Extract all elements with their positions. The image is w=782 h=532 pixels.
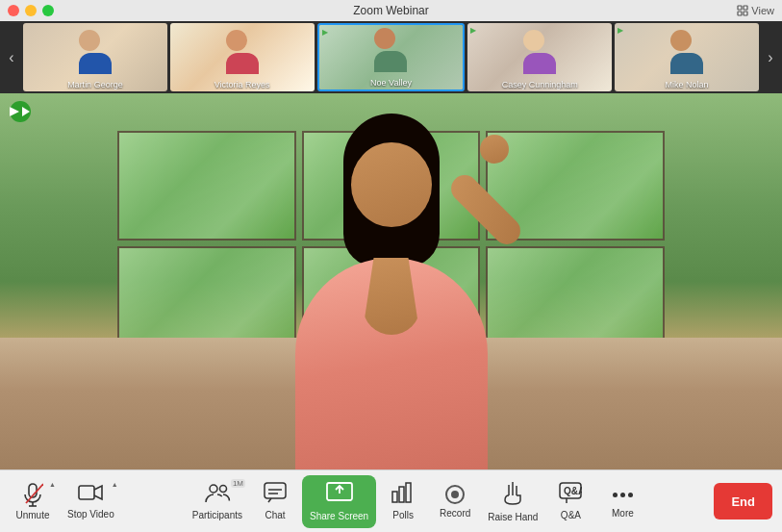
host-badge-casey: ▶ <box>470 26 476 35</box>
participant-name-noe: Noe Valley <box>321 78 462 88</box>
qa-label: Q&A <box>561 510 581 520</box>
traffic-lights <box>8 5 54 16</box>
share-screen-icon <box>325 481 354 508</box>
polls-label: Polls <box>392 510 414 520</box>
svg-rect-17 <box>392 492 397 502</box>
recording-indicator <box>10 101 31 122</box>
svg-text:Q&A: Q&A <box>564 486 582 496</box>
svg-rect-19 <box>406 483 411 502</box>
camera-icon <box>78 483 103 506</box>
more-label: More <box>612 508 634 519</box>
minimize-button[interactable] <box>25 5 37 16</box>
strip-next-arrow[interactable]: › <box>759 21 782 93</box>
view-button[interactable]: View <box>737 5 774 16</box>
participants-label: Participants <box>192 510 242 520</box>
participant-thumb-martin[interactable]: Martin George <box>23 23 167 91</box>
participants-icon <box>204 482 231 507</box>
stop-video-button[interactable]: Stop Video ▲ <box>62 475 120 528</box>
share-screen-button[interactable]: Share Screen <box>302 475 376 528</box>
svg-point-10 <box>210 485 217 493</box>
strip-prev-arrow[interactable]: ‹ <box>0 21 23 93</box>
polls-icon <box>391 482 415 507</box>
toolbar-center: Participants 1M Chat <box>187 475 648 528</box>
title-bar: Zoom Webinar View <box>0 0 782 21</box>
unmute-button[interactable]: Unmute ▲ <box>8 475 58 528</box>
share-screen-label: Share Screen <box>310 511 368 521</box>
svg-rect-18 <box>399 487 404 502</box>
participant-thumb-victoria[interactable]: Victoria Reyes <box>170 23 315 91</box>
more-icon <box>613 484 633 505</box>
raise-hand-icon <box>502 480 523 509</box>
svg-rect-2 <box>738 12 742 15</box>
svg-rect-0 <box>738 6 742 10</box>
participant-thumb-mike[interactable]: ▶ Mike Nolan <box>615 23 759 91</box>
chat-icon <box>264 482 287 507</box>
svg-marker-4 <box>22 107 30 116</box>
toolbar: Unmute ▲ Stop Video ▲ <box>0 469 782 532</box>
svg-point-11 <box>219 486 226 493</box>
toolbar-right: End <box>714 483 772 519</box>
end-button[interactable]: End <box>714 483 772 519</box>
participant-thumb-noe[interactable]: ▶ Noe Valley <box>317 23 466 91</box>
chat-label: Chat <box>265 510 285 520</box>
view-label: View <box>751 5 774 16</box>
close-button[interactable] <box>8 5 19 16</box>
participant-name-mike: Mike Nolan <box>617 80 757 89</box>
record-icon <box>442 484 467 505</box>
svg-rect-1 <box>744 6 747 10</box>
svg-rect-12 <box>265 483 286 498</box>
window-title: Zoom Webinar <box>353 4 428 17</box>
chat-button[interactable]: Chat <box>250 475 300 528</box>
main-video-area <box>0 93 782 469</box>
maximize-button[interactable] <box>42 5 54 16</box>
raise-hand-label: Raise Hand <box>488 512 538 522</box>
participant-name-casey: Casey Cunningham <box>469 80 610 89</box>
participant-count: 1M <box>231 479 245 488</box>
raise-hand-button[interactable]: Raise Hand <box>482 475 543 528</box>
unmute-label: Unmute <box>15 510 49 520</box>
polls-button[interactable]: Polls <box>378 475 428 528</box>
participant-name-victoria: Victoria Reyes <box>172 80 313 89</box>
more-button[interactable]: More <box>597 475 647 528</box>
svg-rect-3 <box>744 12 747 15</box>
record-label: Record <box>440 508 470 519</box>
qa-icon: Q&A <box>559 482 582 507</box>
participant-thumbnails: Martin George Victoria Reyes ▶ Noe Valle… <box>23 21 759 93</box>
participant-strip: ‹ Martin George Victoria Reyes <box>0 21 782 93</box>
main-presenter <box>228 93 555 469</box>
participant-thumb-casey[interactable]: ▶ Casey Cunningham <box>467 23 612 91</box>
video-background <box>0 93 782 469</box>
svg-rect-9 <box>79 486 94 499</box>
qa-button[interactable]: Q&A Q&A <box>545 475 595 528</box>
toolbar-left: Unmute ▲ Stop Video ▲ <box>8 475 120 528</box>
host-badge-mike: ▶ <box>618 26 623 35</box>
participants-button[interactable]: Participants 1M <box>187 475 248 528</box>
unmute-chevron: ▲ <box>49 481 56 488</box>
participant-name-martin: Martin George <box>25 80 165 89</box>
mic-slash-icon <box>22 482 43 507</box>
stop-video-label: Stop Video <box>67 509 114 519</box>
stop-video-chevron: ▲ <box>112 481 118 488</box>
host-badge-noe: ▶ <box>322 28 328 37</box>
record-button[interactable]: Record <box>430 475 480 528</box>
